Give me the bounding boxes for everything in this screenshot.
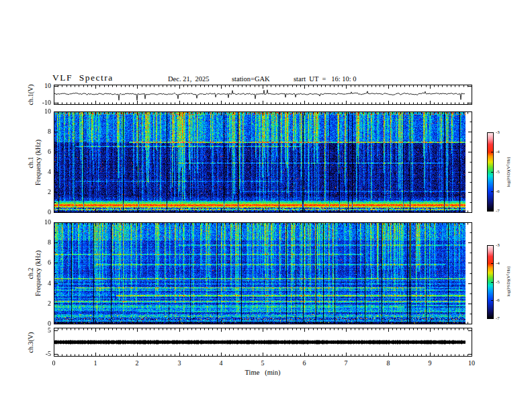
colorbar-tick-label: -3	[496, 130, 508, 135]
x-tick-label: 10	[463, 360, 480, 367]
y-tick-label-ch2_spectrogram: 10	[35, 219, 51, 226]
colorbar-tick-label: -7	[496, 208, 508, 214]
y-tick-label-ch1_spectrogram: 10	[35, 108, 51, 115]
station-label: station=GAK	[232, 75, 270, 83]
y-tick-label-ch1_spectrogram: 8	[35, 128, 51, 135]
y-tick-label-ch1_waveform: -10	[35, 99, 51, 106]
y-tick-label-ch2_spectrogram: 8	[35, 239, 51, 246]
x-tick-label: 5	[255, 360, 271, 367]
ch1-spectrogram-canvas	[54, 111, 472, 213]
ch3-voltage-panel-canvas	[54, 328, 472, 357]
colorbar-ch2-canvas	[487, 245, 494, 319]
ch1-voltage-axis-label: ch.1(V)	[27, 75, 35, 115]
x-tick-label: 6	[296, 360, 312, 367]
colorbar-ch1-canvas	[487, 132, 494, 212]
y-tick-label-ch3_waveform: 5	[35, 327, 51, 334]
colorbar-tick-label: -6	[496, 298, 508, 303]
colorbar-tick-label: -5	[496, 279, 508, 285]
figure-date: Dec. 21, 2025	[168, 75, 210, 83]
colorbar-tick-label: -5	[496, 169, 508, 175]
colorbar-tick-label: -6	[496, 189, 508, 194]
x-tick-label: 9	[422, 360, 438, 367]
figure-title: VLF Spectra	[52, 73, 114, 83]
y-tick-label-ch1_spectrogram: 6	[35, 148, 51, 155]
y-tick-label-ch3_waveform: -5	[35, 351, 51, 357]
y-tick-label-ch2_spectrogram: 6	[35, 259, 51, 266]
ch2-spectrogram-canvas	[54, 222, 472, 324]
colorbar-tick-label: -7	[496, 316, 508, 321]
ch2-frequency-axis-label: ch.2 Frequency (kHz)	[26, 223, 41, 324]
colorbar-tick-label: -3	[496, 242, 508, 248]
x-tick-label: 7	[338, 360, 354, 367]
x-tick-label: 2	[129, 360, 145, 367]
x-tick-label: 8	[380, 360, 396, 367]
x-tick-label: 3	[171, 360, 187, 367]
colorbar-tick-label: -4	[496, 149, 508, 154]
colorbar-tick-label: -4	[496, 261, 508, 266]
ch1-axis-label-line1: ch.1	[26, 111, 34, 213]
ch1-voltage-panel-canvas	[54, 85, 472, 105]
start-ut-label: start UT = 16: 10: 0	[294, 75, 357, 83]
y-tick-label-ch1_spectrogram: 2	[35, 189, 51, 195]
y-tick-label-ch1_spectrogram: 0	[35, 209, 51, 216]
ch1-axis-label-line2: Frequency (kHz)	[34, 111, 41, 213]
y-tick-label-ch2_spectrogram: 2	[35, 300, 51, 307]
x-tick-label: 4	[213, 360, 229, 367]
ch1-frequency-axis-label: ch.1 Frequency (kHz)	[26, 111, 41, 213]
y-tick-label-ch1_spectrogram: 4	[35, 169, 51, 175]
vlf-spectra-figure: VLF Spectra Dec. 21, 2025 station=GAK st…	[0, 0, 532, 411]
ch2-axis-label-line2: Frequency (kHz)	[34, 223, 41, 324]
x-tick-label: 1	[87, 360, 103, 367]
y-tick-label-ch2_spectrogram: 4	[35, 280, 51, 287]
ch2-axis-label-line1: ch.2	[26, 223, 34, 324]
ch3-voltage-axis-label: ch.3(V)	[27, 322, 35, 363]
x-axis-title: Time (min)	[195, 369, 330, 376]
x-tick-label: 0	[46, 360, 62, 367]
y-tick-label-ch1_waveform: 10	[35, 83, 51, 89]
